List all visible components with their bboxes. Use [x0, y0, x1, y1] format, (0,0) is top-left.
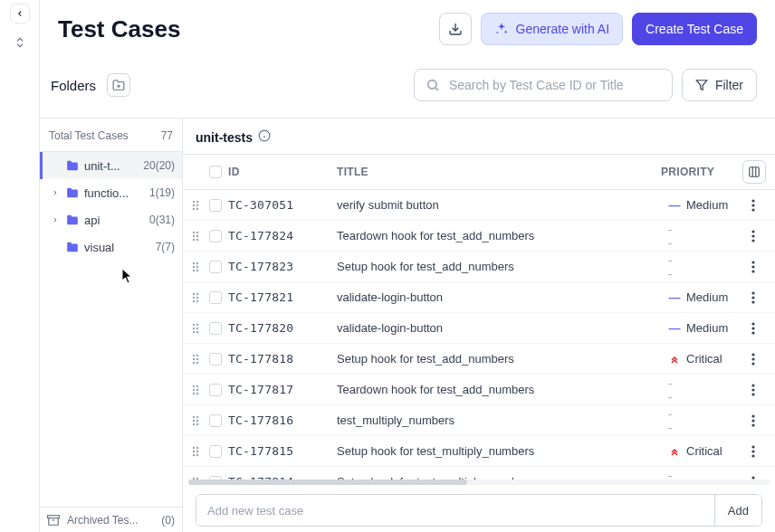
svg-point-54	[193, 330, 195, 332]
row-checkbox[interactable]	[209, 230, 222, 242]
folder-row-3[interactable]: visual7(7)	[40, 233, 182, 261]
table-header: ID TITLE PRIORITY	[183, 154, 775, 190]
left-rail	[0, 0, 40, 532]
row-menu-button[interactable]	[741, 414, 766, 427]
row-menu-button[interactable]	[741, 384, 766, 396]
horizontal-scrollbar[interactable]	[188, 480, 770, 485]
kebab-icon	[751, 384, 755, 396]
row-priority: —Medium	[668, 321, 741, 335]
row-priority: - -	[668, 469, 741, 480]
row-checkbox[interactable]	[209, 261, 222, 273]
svg-point-101	[751, 476, 754, 479]
col-priority[interactable]: PRIORITY	[661, 166, 733, 178]
table-row[interactable]: TC-177820validate-login-button—Medium	[183, 313, 775, 344]
row-menu-button[interactable]	[741, 322, 766, 335]
row-checkbox[interactable]	[209, 384, 222, 396]
priority-none-icon: - -	[668, 223, 681, 250]
row-id: TC-177817	[228, 383, 337, 396]
table-row[interactable]: TC-177814Setup hook for test_multiply_nu…	[183, 467, 775, 480]
add-folder-button[interactable]	[107, 73, 130, 97]
scrollbar-thumb[interactable]	[188, 480, 467, 485]
search-input[interactable]	[449, 78, 661, 92]
row-checkbox[interactable]	[209, 291, 222, 304]
drag-handle-icon[interactable]	[188, 292, 203, 303]
row-menu-button[interactable]	[741, 353, 766, 366]
row-checkbox[interactable]	[209, 353, 222, 366]
drag-handle-icon[interactable]	[188, 261, 203, 272]
svg-point-55	[196, 330, 198, 332]
svg-point-92	[751, 445, 754, 448]
chevron-right-icon	[52, 215, 61, 225]
row-checkbox[interactable]	[209, 414, 222, 427]
table-row[interactable]: TC-307051verify submit button—Medium	[183, 190, 775, 221]
subheader: Folders Filter	[40, 62, 775, 118]
chevron-right-icon	[52, 188, 61, 198]
archived-row[interactable]: Archived Tes... (0)	[40, 507, 182, 532]
drag-handle-icon[interactable]	[188, 446, 203, 457]
select-all-checkbox[interactable]	[209, 166, 222, 178]
svg-point-28	[196, 238, 198, 240]
row-menu-button[interactable]	[741, 199, 766, 212]
columns-icon	[748, 166, 761, 178]
svg-point-82	[196, 423, 198, 424]
folder-icon	[66, 214, 79, 226]
row-menu-button[interactable]	[741, 261, 766, 273]
table-row[interactable]: TC-177818Setup hook for test_add_numbers…	[183, 344, 775, 375]
add-test-case-row: Add	[196, 494, 762, 527]
col-id[interactable]: ID	[228, 166, 337, 178]
row-priority: —Medium	[668, 290, 741, 304]
drag-handle-icon[interactable]	[188, 415, 203, 426]
folder-row-2[interactable]: api0(31)	[40, 206, 182, 233]
row-checkbox[interactable]	[209, 199, 222, 212]
back-button[interactable]	[10, 4, 30, 24]
drag-handle-icon[interactable]	[188, 323, 203, 334]
drag-handle-icon[interactable]	[188, 231, 203, 242]
filter-button[interactable]: Filter	[682, 69, 757, 101]
svg-point-76	[751, 393, 754, 395]
drag-handle-icon[interactable]	[188, 200, 203, 211]
svg-point-38	[751, 261, 754, 263]
download-button[interactable]	[439, 13, 472, 45]
priority-none-icon: - -	[668, 376, 681, 404]
archived-label: Archived Tes...	[67, 514, 154, 527]
table-row[interactable]: TC-177824Teardown hook for test_add_numb…	[183, 221, 775, 252]
svg-point-16	[193, 204, 195, 205]
svg-point-53	[196, 327, 198, 328]
svg-point-66	[751, 357, 754, 360]
add-test-case-input[interactable]	[196, 495, 714, 526]
create-test-case-button[interactable]: Create Test Case	[632, 13, 757, 45]
folder-row-1[interactable]: functio...1(19)	[40, 179, 182, 206]
row-priority: Critical	[668, 444, 741, 458]
row-menu-button[interactable]	[741, 291, 766, 304]
table-row[interactable]: TC-177816test_multiply_numbers- -	[183, 405, 775, 436]
drag-handle-icon[interactable]	[188, 385, 203, 395]
drag-handle-icon[interactable]	[188, 354, 203, 365]
svg-point-48	[751, 296, 754, 299]
row-checkbox[interactable]	[209, 445, 222, 458]
row-menu-button[interactable]	[741, 230, 766, 242]
priority-label: Critical	[686, 444, 722, 458]
search-input-wrapper[interactable]	[414, 69, 673, 101]
expand-toggle[interactable]	[10, 33, 30, 52]
svg-point-94	[751, 454, 754, 457]
header: Test Cases Generate with AI Create Test …	[40, 0, 775, 62]
generate-ai-button[interactable]: Generate with AI	[481, 13, 624, 45]
table-row[interactable]: TC-177817Teardown hook for test_add_numb…	[183, 375, 775, 405]
row-priority: - -	[668, 253, 741, 280]
info-icon[interactable]	[258, 129, 271, 145]
svg-point-75	[751, 388, 754, 391]
svg-point-51	[196, 323, 198, 325]
priority-label: Medium	[686, 198, 728, 212]
row-menu-button[interactable]	[741, 445, 766, 458]
column-config-button[interactable]	[742, 160, 766, 184]
svg-point-71	[196, 388, 198, 390]
col-title[interactable]: TITLE	[337, 166, 661, 178]
table-row[interactable]: TC-177823Setup hook for test_add_numbers…	[183, 252, 775, 282]
svg-point-81	[193, 423, 195, 424]
table-row[interactable]: TC-177821validate-login-button—Medium	[183, 282, 775, 313]
row-checkbox[interactable]	[209, 322, 222, 335]
folder-row-0[interactable]: unit-t...20(20)	[40, 152, 182, 179]
table-row[interactable]: TC-177815Setup hook for test_multiply_nu…	[183, 436, 775, 467]
add-test-case-button[interactable]: Add	[714, 495, 761, 526]
svg-point-56	[751, 322, 754, 325]
